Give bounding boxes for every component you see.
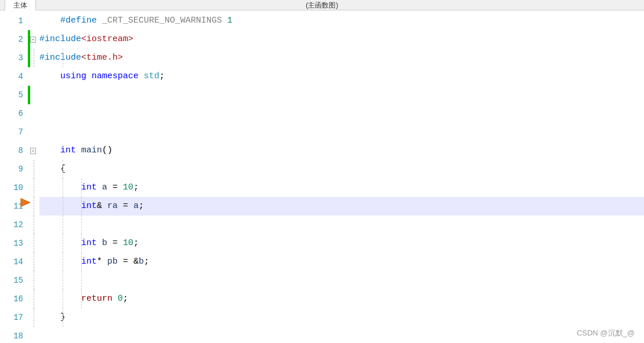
gutter-item: [30, 86, 37, 104]
code-content: int a = 10;: [39, 183, 139, 192]
code-area: 123456789101112131415161718 -- #define _…: [0, 10, 644, 343]
indent-line: [63, 234, 63, 253]
code-line: return 0;: [39, 290, 644, 308]
code-content: int& ra = a;: [39, 201, 144, 211]
line-number: 14: [5, 253, 23, 271]
code-line: #include<time.h>: [39, 49, 644, 67]
line-number: 9: [5, 160, 23, 178]
indent-line: [63, 308, 63, 327]
code-line: int main(): [39, 141, 644, 160]
code-line: [39, 123, 644, 141]
gutter-item: [30, 12, 37, 30]
indent-line: [63, 160, 63, 178]
line-number: 3: [5, 49, 23, 67]
gutter-item: [30, 271, 37, 290]
gutter-item: [30, 253, 37, 271]
code-content: #define _CRT_SECURE_NO_WARNINGS 1: [39, 16, 232, 25]
indent-line: [81, 216, 82, 234]
line-numbers: 123456789101112131415161718: [0, 10, 28, 343]
code-line: [39, 104, 644, 123]
code-line: int b = 10;: [39, 234, 644, 253]
indent-line: [63, 271, 63, 290]
gutter-item: [30, 104, 37, 123]
code-content: using namespace std;: [39, 71, 165, 81]
header-title: (主函数图): [306, 0, 339, 10]
indent-line: [81, 197, 82, 216]
fold-button[interactable]: -: [30, 37, 36, 43]
line-number: 6: [5, 104, 23, 123]
code-line: [39, 327, 644, 343]
indent-line: [63, 216, 63, 234]
fold-button[interactable]: -: [30, 148, 36, 154]
code-lines: #define _CRT_SECURE_NO_WARNINGS 1#includ…: [37, 10, 644, 343]
gutter-item[interactable]: -: [30, 30, 37, 49]
gutter: --: [30, 10, 37, 343]
line-number: 2: [5, 30, 23, 49]
line-number: 12: [5, 216, 23, 234]
code-content: #include<time.h>: [39, 53, 123, 63]
line-number: 7: [5, 123, 23, 141]
code-content: int b = 10;: [39, 238, 139, 248]
line-number: 13: [5, 234, 23, 253]
line-number: 10: [5, 178, 23, 197]
indent-line: [81, 271, 82, 290]
indent-line: [63, 49, 63, 67]
code-content: }: [39, 312, 66, 322]
gutter-item: [30, 216, 37, 234]
code-content: return 0;: [39, 294, 128, 304]
code-line: [39, 271, 644, 290]
gutter-item: [30, 234, 37, 253]
code-content: {: [39, 164, 66, 174]
indent-line: [81, 178, 82, 197]
gutter-item: [30, 49, 37, 67]
line-number: 15: [5, 271, 23, 290]
svg-marker-0: [21, 199, 30, 207]
line-number: 5: [5, 86, 23, 104]
code-line: #include<iostream>: [39, 30, 644, 49]
code-line: int* pb = &b;: [39, 253, 644, 271]
line-number: 18: [5, 327, 23, 343]
line-number: 4: [5, 67, 23, 86]
code-line: [39, 216, 644, 234]
indent-line: [81, 290, 82, 308]
gutter-item: [30, 178, 37, 197]
indent-line: [81, 253, 82, 271]
line-number: 8: [5, 141, 23, 160]
code-content: int main(): [39, 145, 112, 155]
code-line: {: [39, 160, 644, 178]
watermark: CSDN @沉默_@: [577, 328, 635, 338]
indent-line: [63, 290, 63, 308]
code-line: int& ra = a;: [39, 197, 644, 216]
gutter-item: [30, 290, 37, 308]
code-line: [39, 86, 644, 104]
code-line: int a = 10;: [39, 178, 644, 197]
arrow-indicator: [20, 196, 32, 209]
gutter-item: [30, 327, 37, 343]
indent-line: [63, 178, 63, 197]
line-number: 16: [5, 290, 23, 308]
code-line: #define _CRT_SECURE_NO_WARNINGS 1: [39, 12, 644, 30]
indent-line: [81, 234, 82, 253]
tab-area: 主体: [5, 0, 36, 12]
top-bar: 主体 (主函数图): [0, 0, 644, 10]
code-line: }: [39, 308, 644, 327]
main-tab[interactable]: 主体: [5, 0, 36, 12]
code-content: int* pb = &b;: [39, 257, 149, 267]
gutter-item: [30, 160, 37, 178]
gutter-item: [30, 123, 37, 141]
line-number: 1: [5, 12, 23, 30]
code-line: using namespace std;: [39, 67, 644, 86]
gutter-item: [30, 67, 37, 86]
gutter-item[interactable]: -: [30, 141, 37, 160]
editor-container: 主体 (主函数图) 123456789101112131415161718 --…: [0, 0, 644, 343]
indent-line: [63, 253, 63, 271]
gutter-item: [30, 308, 37, 327]
execution-arrow: [20, 196, 32, 217]
code-content: #include<iostream>: [39, 34, 133, 44]
indent-line: [63, 197, 63, 216]
line-number: 17: [5, 308, 23, 327]
